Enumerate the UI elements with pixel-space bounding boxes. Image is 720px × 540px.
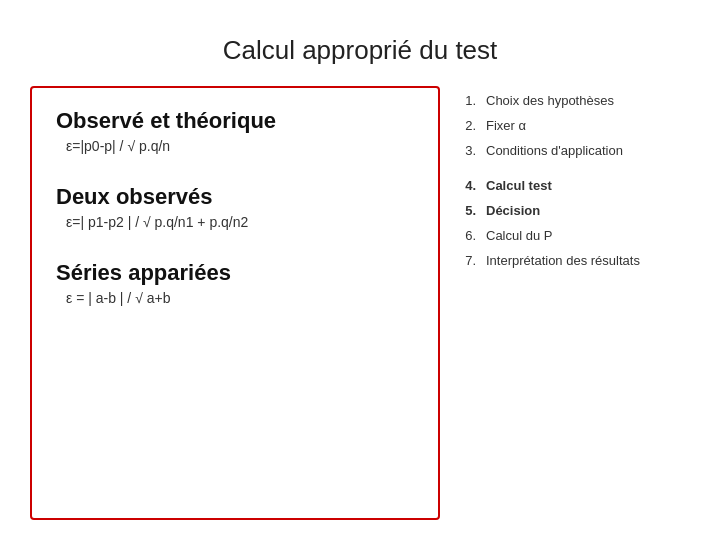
list-item: 3.Conditions d'application xyxy=(460,140,690,161)
list-divider xyxy=(460,165,690,171)
main-content: Observé et théorique ε=|p0-p| / √ p.q/n … xyxy=(30,86,690,520)
list-number: 6. xyxy=(460,228,476,243)
section-formula-deux: ε=| p1-p2 | / √ p.q/n1 + p.q/n2 xyxy=(66,214,414,230)
list-text: Calcul du P xyxy=(486,228,552,243)
list-number: 1. xyxy=(460,93,476,108)
section-series-appariees: Séries appariées ε = | a-b | / √ a+b xyxy=(56,260,414,306)
section-formula-series: ε = | a-b | / √ a+b xyxy=(66,290,414,306)
list-item: 1.Choix des hypothèses xyxy=(460,90,690,111)
title-container: Calcul approprié du test xyxy=(30,20,690,86)
list-text: Choix des hypothèses xyxy=(486,93,614,108)
page-title: Calcul approprié du test xyxy=(30,35,690,66)
list-text: Décision xyxy=(486,203,540,218)
list-text: Conditions d'application xyxy=(486,143,623,158)
list-number: 4. xyxy=(460,178,476,193)
section-observed-theoretical: Observé et théorique ε=|p0-p| / √ p.q/n xyxy=(56,108,414,154)
list-number: 2. xyxy=(460,118,476,133)
list-text: Fixer α xyxy=(486,118,526,133)
section-formula-observed: ε=|p0-p| / √ p.q/n xyxy=(66,138,414,154)
list-number: 7. xyxy=(460,253,476,268)
list-item: 4.Calcul test xyxy=(460,175,690,196)
left-panel: Observé et théorique ε=|p0-p| / √ p.q/n … xyxy=(30,86,440,520)
section-title-deux: Deux observés xyxy=(56,184,414,210)
section-title-series: Séries appariées xyxy=(56,260,414,286)
list-item: 2.Fixer α xyxy=(460,115,690,136)
list-text: Interprétation des résultats xyxy=(486,253,640,268)
right-panel: 1.Choix des hypothèses2.Fixer α3.Conditi… xyxy=(460,86,690,520)
list-item: 6.Calcul du P xyxy=(460,225,690,246)
list-number: 3. xyxy=(460,143,476,158)
section-deux-observes: Deux observés ε=| p1-p2 | / √ p.q/n1 + p… xyxy=(56,184,414,230)
section-title-observed: Observé et théorique xyxy=(56,108,414,134)
list-text: Calcul test xyxy=(486,178,552,193)
list-number: 5. xyxy=(460,203,476,218)
list-item: 5.Décision xyxy=(460,200,690,221)
page: Calcul approprié du test Observé et théo… xyxy=(0,0,720,540)
list-item: 7.Interprétation des résultats xyxy=(460,250,690,271)
